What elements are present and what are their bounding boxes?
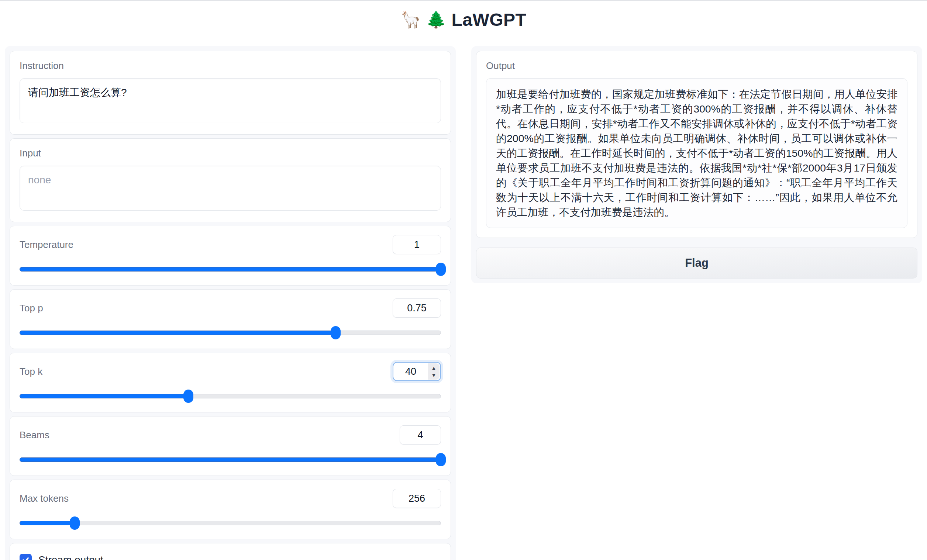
output-textbox[interactable]: 加班是要给付加班费的，国家规定加班费标准如下：在法定节假日期间，用人单位安排*动… [486, 78, 907, 228]
beams-slider[interactable] [20, 454, 441, 466]
temperature-slider[interactable] [20, 263, 441, 276]
output-text: 加班是要给付加班费的，国家规定加班费标准如下：在法定节假日期间，用人单位安排*动… [496, 87, 898, 220]
top-p-group: Top p [10, 289, 451, 349]
max-tokens-label: Max tokens [20, 493, 68, 504]
flag-button[interactable]: Flag [476, 247, 917, 279]
temperature-label: Temperature [20, 239, 73, 250]
stream-output-row[interactable]: Stream output [20, 554, 441, 560]
spinner-buttons: ▲ ▼ [428, 363, 439, 379]
beams-number-input[interactable] [400, 426, 441, 444]
temperature-number-box [393, 235, 441, 254]
max-tokens-slider[interactable] [20, 517, 441, 530]
input-label: Input [20, 147, 441, 159]
top-p-slider[interactable] [20, 326, 441, 339]
temperature-group: Temperature [10, 226, 451, 285]
input-textarea[interactable] [20, 165, 441, 211]
stream-output-checkbox[interactable] [20, 554, 32, 560]
instruction-label: Instruction [20, 60, 441, 71]
slider-fill [20, 521, 75, 525]
beams-label: Beams [20, 429, 49, 441]
input-column: Instruction Input Temperature [5, 46, 456, 560]
top-k-slider[interactable] [20, 390, 441, 402]
max-tokens-number-input[interactable] [393, 489, 441, 508]
top-p-number-box [393, 299, 441, 318]
slider-thumb[interactable] [436, 453, 446, 466]
slider-track[interactable] [20, 331, 441, 335]
slider-track[interactable] [20, 267, 441, 272]
beams-number-box [400, 425, 441, 445]
top-k-group: Top k ▲ ▼ [10, 353, 451, 413]
slider-thumb[interactable] [184, 390, 193, 403]
beams-group: Beams [10, 416, 451, 476]
llama-emoji-icon: 🦙 [401, 11, 421, 28]
slider-track[interactable] [20, 457, 441, 462]
slider-fill [20, 394, 188, 398]
spinner-up-icon[interactable]: ▲ [431, 365, 436, 371]
stream-output-group: Stream output [10, 543, 451, 560]
slider-track[interactable] [20, 394, 441, 398]
output-group: Output 加班是要给付加班费的，国家规定加班费标准如下：在法定节假日期间，用… [476, 51, 917, 238]
check-icon [22, 556, 29, 560]
slider-fill [20, 267, 441, 272]
output-column: Output 加班是要给付加班费的，国家规定加班费标准如下：在法定节假日期间，用… [471, 46, 922, 283]
max-tokens-group: Max tokens [10, 480, 451, 539]
top-p-label: Top p [20, 302, 43, 314]
spinner-down-icon[interactable]: ▼ [431, 372, 436, 378]
tree-emoji-icon: 🌲 [426, 11, 447, 28]
top-k-label: Top k [20, 366, 43, 377]
slider-track[interactable] [20, 521, 441, 525]
slider-thumb[interactable] [70, 516, 80, 530]
top-k-number-box: ▲ ▼ [393, 362, 441, 381]
page-title: LaWGPT [451, 10, 526, 30]
slider-thumb[interactable] [331, 326, 340, 339]
slider-fill [20, 457, 441, 462]
instruction-group: Instruction [10, 51, 451, 135]
stream-output-label: Stream output [38, 554, 103, 560]
output-label: Output [486, 60, 907, 71]
top-k-number-input[interactable] [394, 363, 428, 380]
temperature-number-input[interactable] [393, 235, 441, 254]
input-group: Input [10, 138, 451, 222]
slider-fill [20, 331, 336, 335]
instruction-textarea[interactable] [20, 78, 441, 123]
max-tokens-number-box [393, 489, 441, 508]
app-header: 🦙 🌲 LaWGPT [0, 1, 927, 38]
top-p-number-input[interactable] [393, 299, 441, 317]
slider-thumb[interactable] [436, 263, 446, 276]
main-layout: Instruction Input Temperature [0, 38, 927, 560]
